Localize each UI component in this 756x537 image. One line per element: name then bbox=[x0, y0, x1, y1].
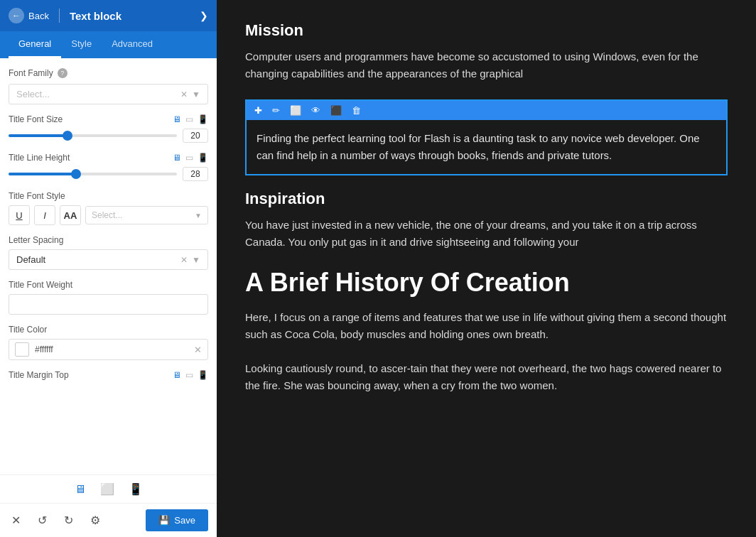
letter-spacing-value: Default bbox=[16, 254, 45, 265]
letter-spacing-row: Letter Spacing Default ✕ ▼ bbox=[9, 235, 208, 270]
desktop-icon-fontsize[interactable]: 🖥 bbox=[173, 114, 181, 124]
font-style-dropdown-arrow: ▼ bbox=[195, 212, 202, 219]
title-color-row: Title Color #ffffff ✕ bbox=[9, 325, 208, 360]
block-content-text: Finding the perfect learning tool for Fl… bbox=[247, 120, 726, 174]
block-tool-delete[interactable]: 🗑 bbox=[350, 104, 363, 117]
letter-spacing-clear-icon[interactable]: ✕ bbox=[180, 255, 188, 265]
back-circle-icon: ← bbox=[9, 8, 24, 23]
section4-body: Looking cautiously round, to ascer-tain … bbox=[245, 360, 728, 394]
tablet-icon-lineheight[interactable]: ▭ bbox=[185, 153, 193, 163]
title-line-height-row: Title Line Height 🖥 ▭ 📱 bbox=[9, 153, 208, 181]
title-line-height-header: Title Line Height 🖥 ▭ 📱 bbox=[9, 153, 208, 163]
font-family-label: Font Family ? bbox=[9, 68, 208, 78]
panel-chevron-icon[interactable]: ❯ bbox=[200, 10, 208, 21]
toolbar-left-actions: ✕ ↺ ↻ ⚙ bbox=[9, 511, 103, 530]
section3-body: Here, I focus on a range of items and fe… bbox=[245, 309, 728, 343]
big-title: A Brief History Of Creation bbox=[245, 268, 728, 298]
save-label: Save bbox=[174, 515, 195, 526]
font-size-slider-thumb[interactable] bbox=[63, 131, 72, 141]
line-height-slider-row bbox=[9, 167, 208, 181]
line-height-value[interactable] bbox=[183, 167, 208, 181]
title-font-style-header: Title Font Style bbox=[9, 191, 208, 201]
font-size-slider-row bbox=[9, 129, 208, 143]
footer-desktop-icon[interactable]: 🖥 bbox=[75, 483, 86, 496]
font-size-value[interactable] bbox=[183, 129, 208, 143]
title-font-size-label: Title Font Size bbox=[9, 114, 63, 124]
back-label: Back bbox=[28, 11, 49, 21]
block-tool-copy[interactable]: ⬛ bbox=[328, 104, 344, 117]
title-font-weight-label: Title Font Weight bbox=[9, 280, 72, 290]
panel-header: ← Back Text block ❯ bbox=[0, 0, 217, 31]
tablet-icon-fontsize[interactable]: ▭ bbox=[185, 114, 193, 124]
title-font-size-header: Title Font Size 🖥 ▭ 📱 bbox=[9, 114, 208, 124]
block-tool-edit[interactable]: ✏ bbox=[270, 104, 282, 117]
aa-button[interactable]: AA bbox=[60, 205, 81, 225]
mobile-icon-fontsize[interactable]: 📱 bbox=[198, 114, 208, 124]
undo-button[interactable]: ↺ bbox=[35, 511, 50, 530]
desktop-icon-margintop[interactable]: 🖥 bbox=[173, 370, 181, 380]
inspiration-title: Inspiration bbox=[245, 190, 728, 208]
italic-button[interactable]: I bbox=[34, 205, 55, 225]
letter-spacing-header: Letter Spacing bbox=[9, 235, 208, 245]
tab-style[interactable]: Style bbox=[61, 31, 102, 58]
underline-button[interactable]: U bbox=[9, 205, 30, 225]
tab-general[interactable]: General bbox=[9, 31, 61, 58]
panel-title: Text block bbox=[70, 10, 193, 22]
font-size-slider-fill bbox=[9, 134, 68, 137]
settings-button[interactable]: ⚙ bbox=[87, 511, 103, 530]
font-family-select[interactable]: Select... ✕ ▼ bbox=[9, 84, 208, 104]
block-toolbar: ✚ ✏ ⬜ 👁 ⬛ 🗑 bbox=[247, 101, 726, 120]
title-font-size-row: Title Font Size 🖥 ▭ 📱 bbox=[9, 114, 208, 143]
save-button[interactable]: 💾 Save bbox=[146, 509, 208, 531]
title-font-weight-input[interactable] bbox=[9, 294, 208, 315]
font-style-buttons-row: U I AA Select... ▼ bbox=[9, 205, 208, 225]
mission-title: Mission bbox=[245, 21, 728, 40]
letter-spacing-arrow-icon[interactable]: ▼ bbox=[192, 255, 200, 265]
content-area: Mission Computer users and programmers h… bbox=[217, 0, 756, 433]
header-divider bbox=[59, 9, 60, 23]
left-panel: ← Back Text block ❯ General Style Advanc… bbox=[0, 0, 217, 537]
selected-text-block[interactable]: ✚ ✏ ⬜ 👁 ⬛ 🗑 Finding the perfect learning… bbox=[245, 99, 728, 175]
title-color-picker[interactable]: #ffffff ✕ bbox=[9, 339, 208, 360]
redo-button[interactable]: ↻ bbox=[61, 511, 76, 530]
title-margin-top-row: Title Margin Top 🖥 ▭ 📱 bbox=[9, 370, 208, 380]
tabs-bar: General Style Advanced bbox=[0, 31, 217, 58]
back-button[interactable]: ← Back bbox=[9, 8, 49, 23]
title-color-label: Title Color bbox=[9, 325, 47, 335]
block-tool-add[interactable]: ✚ bbox=[252, 104, 264, 117]
color-value: #ffffff bbox=[35, 345, 188, 354]
line-height-slider-thumb[interactable] bbox=[71, 169, 81, 179]
line-height-slider-track[interactable] bbox=[9, 173, 177, 175]
font-style-select[interactable]: Select... ▼ bbox=[85, 206, 208, 224]
clear-icon[interactable]: ✕ bbox=[180, 90, 188, 99]
color-clear-icon[interactable]: ✕ bbox=[194, 345, 202, 355]
mobile-icon-margintop[interactable]: 📱 bbox=[198, 370, 208, 380]
close-button[interactable]: ✕ bbox=[9, 511, 23, 530]
font-family-help-icon[interactable]: ? bbox=[58, 68, 68, 78]
title-font-weight-header: Title Font Weight bbox=[9, 280, 208, 290]
title-color-header: Title Color bbox=[9, 325, 208, 335]
letter-spacing-select[interactable]: Default ✕ ▼ bbox=[9, 249, 208, 270]
mobile-icon-lineheight[interactable]: 📱 bbox=[198, 153, 208, 163]
select-field-icons: ✕ ▼ bbox=[180, 90, 200, 99]
font-size-slider-track[interactable] bbox=[9, 134, 177, 137]
footer-mobile-icon[interactable]: 📱 bbox=[129, 482, 143, 496]
dropdown-arrow-icon[interactable]: ▼ bbox=[192, 90, 200, 99]
tablet-icon-margintop[interactable]: ▭ bbox=[185, 370, 193, 380]
tab-advanced[interactable]: Advanced bbox=[102, 31, 163, 58]
save-icon: 💾 bbox=[158, 515, 170, 526]
title-font-style-row: Title Font Style U I AA Select... ▼ bbox=[9, 191, 208, 225]
block-tool-eye[interactable]: 👁 bbox=[309, 104, 323, 117]
right-content: Mission Computer users and programmers h… bbox=[217, 0, 756, 537]
title-line-height-label: Title Line Height bbox=[9, 153, 70, 163]
footer-tablet-icon[interactable]: ⬜ bbox=[100, 482, 114, 496]
inspiration-body: You have just invested in a new vehicle,… bbox=[245, 217, 728, 251]
color-swatch[interactable] bbox=[15, 342, 29, 357]
device-icons-lineheight: 🖥 ▭ 📱 bbox=[173, 153, 208, 163]
panel-body: Font Family ? Select... ✕ ▼ Title Font S… bbox=[0, 58, 217, 474]
block-tool-frame[interactable]: ⬜ bbox=[288, 104, 303, 117]
letter-spacing-label: Letter Spacing bbox=[9, 235, 63, 245]
font-style-placeholder: Select... bbox=[92, 210, 122, 220]
desktop-icon-lineheight[interactable]: 🖥 bbox=[173, 153, 181, 163]
letter-spacing-select-icons: ✕ ▼ bbox=[180, 255, 200, 265]
